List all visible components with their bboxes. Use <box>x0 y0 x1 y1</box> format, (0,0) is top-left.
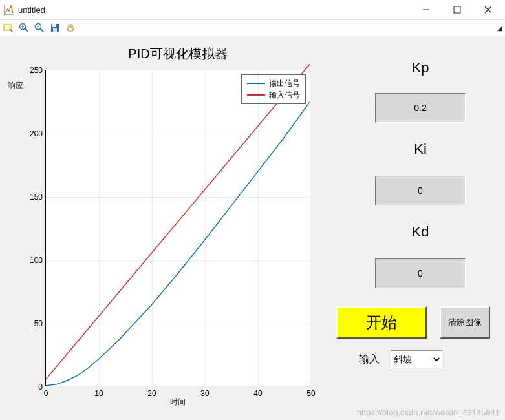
window-title: untitled <box>18 5 45 15</box>
start-button[interactable]: 开始 <box>336 306 427 339</box>
legend-entry-output: 输出信号 <box>247 78 300 89</box>
figure-toolbar: ◢ <box>0 19 505 36</box>
zoom-out-icon[interactable] <box>34 22 45 34</box>
x-tick-label: 20 <box>142 389 162 398</box>
clear-button[interactable]: 清除图像 <box>440 306 490 339</box>
arrow-picker-icon[interactable] <box>3 22 14 34</box>
input-signal-select[interactable]: 斜坡 <box>391 350 442 368</box>
y-tick-label: 250 <box>23 66 43 75</box>
y-tick-label: 50 <box>23 319 43 328</box>
minimize-button[interactable] <box>413 1 439 19</box>
legend-entry-input: 输入信号 <box>247 89 300 101</box>
window-controls <box>413 1 501 19</box>
svg-rect-2 <box>454 6 460 13</box>
kp-label: Kp <box>362 59 478 76</box>
toolbar-overflow-icon[interactable]: ◢ <box>497 25 502 32</box>
kd-label: Kd <box>362 224 478 240</box>
legend-label-output: 输出信号 <box>269 78 300 89</box>
input-signal-label: 输入 <box>359 353 380 366</box>
chart-legend[interactable]: 输出信号 输入信号 <box>241 74 306 104</box>
x-tick-label: 10 <box>89 389 109 398</box>
x-tick-label: 50 <box>301 389 321 398</box>
matlab-icon <box>4 5 14 15</box>
chart-title: PID可视化模拟器 <box>45 45 310 63</box>
y-tick-label: 200 <box>23 129 43 138</box>
svg-line-9 <box>25 29 28 32</box>
svg-line-12 <box>41 29 44 32</box>
zoom-in-icon[interactable] <box>18 22 30 34</box>
pan-icon[interactable] <box>65 22 76 34</box>
title-bar: untitled <box>0 0 505 19</box>
chart-axes[interactable]: 输出信号 输入信号 01020304050050100150200250 <box>45 70 310 386</box>
y-tick-label: 0 <box>23 383 43 392</box>
kd-input[interactable] <box>375 258 466 288</box>
y-axis-label: 响应 <box>8 80 23 91</box>
legend-swatch-output <box>247 83 265 84</box>
x-tick-label: 40 <box>248 389 268 398</box>
ki-input[interactable] <box>375 176 466 205</box>
legend-swatch-input <box>247 94 265 96</box>
maximize-button[interactable] <box>444 1 470 19</box>
legend-label-input: 输入信号 <box>269 90 300 101</box>
svg-rect-15 <box>53 28 57 32</box>
svg-rect-14 <box>52 24 56 27</box>
ki-label: Ki <box>362 141 478 158</box>
kp-input[interactable] <box>375 93 466 123</box>
x-axis-label: 时间 <box>45 397 310 408</box>
y-tick-label: 100 <box>23 256 43 265</box>
y-tick-label: 150 <box>23 193 43 202</box>
save-icon[interactable] <box>49 22 61 34</box>
x-tick-label: 30 <box>195 389 215 398</box>
watermark-text: https://blog.csdn.net/weixin_43145941 <box>357 408 500 417</box>
chart-plot-area <box>46 70 310 386</box>
close-button[interactable] <box>475 1 501 19</box>
figure-canvas: PID可视化模拟器 响应 时间 输出信号 输入信号 01020304050050… <box>0 36 505 420</box>
